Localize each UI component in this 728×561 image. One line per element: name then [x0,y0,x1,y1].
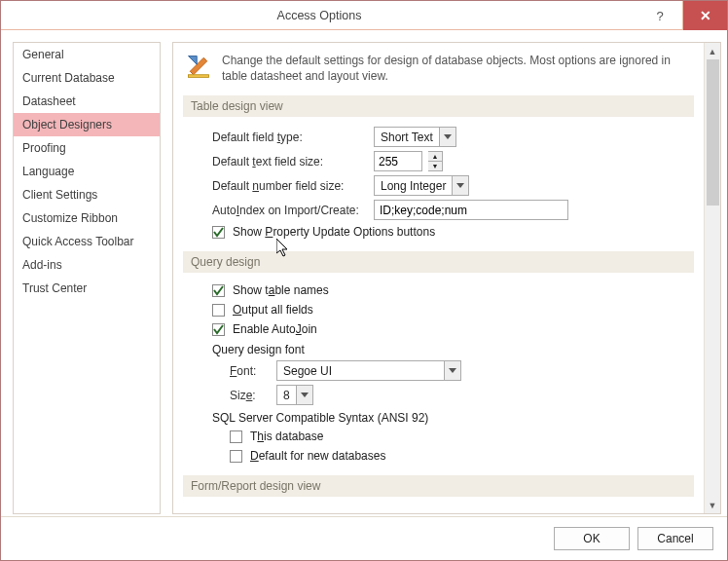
this-database-checkbox[interactable] [230,430,242,443]
query-design-font-heading: Query design font [183,339,694,358]
chevron-down-icon [439,128,455,146]
intro-block: Change the default settings for design o… [183,49,694,94]
ok-button[interactable]: OK [554,527,630,550]
sidebar-item-object-designers[interactable]: Object Designers [14,113,160,136]
default-field-type-label: Default field type: [212,131,368,144]
default-number-field-size-label: Default number field size: [212,179,368,193]
default-number-field-size-select[interactable]: Long Integer [374,175,469,196]
size-select[interactable]: 8 [276,385,313,405]
sidebar-item-customize-ribbon[interactable]: Customize Ribbon [14,206,160,230]
text-field-size-spinner[interactable]: ▲▼ [428,151,443,171]
window-controls: ? ✕ [637,1,727,29]
window-title: Access Options [1,9,637,22]
titlebar: Access Options ? ✕ [1,1,727,30]
cancel-button[interactable]: Cancel [637,527,713,550]
access-options-window: Access Options ? ✕ General Current Datab… [0,0,728,561]
scroll-thumb[interactable] [707,59,719,206]
sidebar-item-current-database[interactable]: Current Database [14,66,160,90]
close-button[interactable]: ✕ [682,1,727,30]
sidebar-item-add-ins[interactable]: Add-ins [14,253,160,277]
sidebar-item-proofing[interactable]: Proofing [14,136,160,160]
section-table-design: Table design view [183,95,694,117]
chevron-down-icon [444,361,460,380]
vertical-scrollbar[interactable]: ▲ ▼ [704,43,720,513]
default-text-field-size-label: Default text field size: [212,155,368,168]
show-table-names-label: Show table names [233,283,329,297]
chevron-down-icon [452,176,468,195]
chevron-down-icon [296,386,312,404]
sidebar-item-datasheet[interactable]: Datasheet [14,90,160,113]
sql-server-heading: SQL Server Compatible Syntax (ANSI 92) [183,407,694,427]
output-all-fields-label: Output all fields [233,303,313,317]
sidebar-item-general[interactable]: General [14,43,160,66]
size-label: Size: [230,389,271,402]
show-property-update-label: Show Property Update Options buttons [233,225,435,239]
default-text-field-size-input[interactable] [374,151,422,171]
enable-autojoin-checkbox[interactable] [212,323,225,336]
autoindex-input[interactable] [374,200,568,220]
section-form-report: Form/Report design view [183,475,694,497]
autoindex-label: AutoIndex on Import/Create: [212,204,368,217]
dialog-footer: OK Cancel [1,516,727,560]
scroll-down-arrow[interactable]: ▼ [705,497,720,513]
show-table-names-checkbox[interactable] [212,284,225,297]
enable-autojoin-label: Enable AutoJoin [233,322,317,336]
font-label: Font: [230,364,271,378]
show-property-update-checkbox[interactable] [212,226,225,239]
output-all-fields-checkbox[interactable] [212,304,225,317]
help-button[interactable]: ? [637,1,682,30]
content-panel: Change the default settings for design o… [172,42,721,514]
sidebar-item-quick-access-toolbar[interactable]: Quick Access Toolbar [14,230,160,253]
default-new-databases-checkbox[interactable] [230,450,242,463]
sidebar-item-trust-center[interactable]: Trust Center [14,277,160,300]
svg-marker-2 [189,56,198,65]
sidebar-item-language[interactable]: Language [14,160,160,183]
intro-text: Change the default settings for design o… [222,53,692,84]
scroll-up-arrow[interactable]: ▲ [705,43,720,59]
this-database-label: This database [250,430,323,443]
category-sidebar: General Current Database Datasheet Objec… [13,42,161,514]
svg-rect-1 [189,75,209,78]
font-select[interactable]: Segoe UI [276,360,461,381]
design-tools-icon [185,53,212,84]
section-query-design: Query design [183,251,694,273]
sidebar-item-client-settings[interactable]: Client Settings [14,183,160,206]
default-field-type-select[interactable]: Short Text [374,127,456,147]
default-new-databases-label: Default for new databases [250,449,385,463]
